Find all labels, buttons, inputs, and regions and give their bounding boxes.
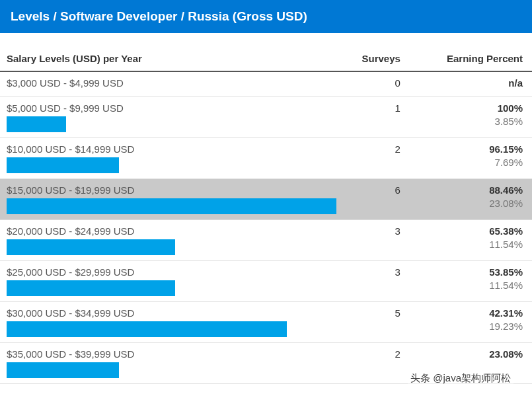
salary-table: Salary Levels (USD) per Year Surveys Ear… [0,46,532,384]
cell-levels: $30,000 USD - $34,999 USD [0,302,346,343]
bar-fill [7,321,287,337]
percent-primary: 23.08% [416,348,523,360]
percent-primary: 100% [416,102,523,114]
cell-surveys: 2 [346,343,410,384]
percent-secondary: 11.54% [416,280,523,291]
percent-secondary: 7.69% [416,157,523,168]
watermark-text: 头条 @java架构师阿松 [408,371,513,384]
bar-fill [7,198,336,214]
bar-holder [7,198,336,214]
percent-primary: n/a [416,77,523,89]
bar-fill [7,280,175,296]
table-row: $10,000 USD - $14,999 USD 2 96.15% 7.69% [0,138,532,179]
cell-levels: $35,000 USD - $39,999 USD [0,343,346,384]
percent-secondary: 11.54% [416,239,523,250]
bar-holder [7,280,336,296]
cell-levels: $10,000 USD - $14,999 USD [0,138,346,179]
range-label: $20,000 USD - $24,999 USD [7,225,336,237]
percent-secondary: 3.85% [416,116,523,127]
range-label: $5,000 USD - $9,999 USD [7,102,336,114]
bar-fill [7,116,66,132]
page-title: Levels / Software Developer / Russia (Gr… [0,0,532,33]
table-header-row: Salary Levels (USD) per Year Surveys Ear… [0,46,532,71]
percent-secondary: 19.23% [416,321,523,332]
cell-levels: $3,000 USD - $4,999 USD [0,71,346,97]
cell-levels: $25,000 USD - $29,999 USD [0,261,346,302]
cell-percent: 96.15% 7.69% [410,138,532,179]
cell-percent: 42.31% 19.23% [410,302,532,343]
range-label: $10,000 USD - $14,999 USD [7,143,336,155]
cell-percent: 65.38% 11.54% [410,220,532,261]
cell-surveys: 6 [346,179,410,220]
table-row: $30,000 USD - $34,999 USD 5 42.31% 19.23… [0,302,532,343]
percent-primary: 65.38% [416,225,523,237]
range-label: $3,000 USD - $4,999 USD [7,77,336,89]
bar-holder [7,157,336,173]
bar-holder [7,239,336,255]
cell-surveys: 0 [346,71,410,97]
table-row: $20,000 USD - $24,999 USD 3 65.38% 11.54… [0,220,532,261]
cell-surveys: 2 [346,138,410,179]
table-row: $25,000 USD - $29,999 USD 3 53.85% 11.54… [0,261,532,302]
bar-fill [7,239,175,255]
percent-primary: 53.85% [416,266,523,278]
bar-holder [7,321,336,337]
range-label: $25,000 USD - $29,999 USD [7,266,336,278]
percent-primary: 88.46% [416,184,523,196]
cell-levels: $20,000 USD - $24,999 USD [0,220,346,261]
cell-percent: n/a [410,71,532,97]
bar-fill [7,362,119,378]
cell-levels: $15,000 USD - $19,999 USD [0,179,346,220]
cell-percent: 53.85% 11.54% [410,261,532,302]
range-label: $15,000 USD - $19,999 USD [7,184,336,196]
cell-levels: $5,000 USD - $9,999 USD [0,97,346,138]
cell-percent: 88.46% 23.08% [410,179,532,220]
bar-fill [7,157,119,173]
cell-surveys: 3 [346,220,410,261]
col-header-percent: Earning Percent [410,46,532,71]
range-label: $35,000 USD - $39,999 USD [7,348,336,360]
cell-surveys: 3 [346,261,410,302]
table-row: $3,000 USD - $4,999 USD 0 n/a [0,71,532,97]
percent-secondary: 23.08% [416,198,523,209]
col-header-levels: Salary Levels (USD) per Year [0,46,346,71]
percent-primary: 96.15% [416,143,523,155]
cell-percent: 100% 3.85% [410,97,532,138]
table-row: $15,000 USD - $19,999 USD 6 88.46% 23.08… [0,179,532,220]
range-label: $30,000 USD - $34,999 USD [7,307,336,319]
bar-holder [7,116,336,132]
cell-surveys: 1 [346,97,410,138]
table-row: $5,000 USD - $9,999 USD 1 100% 3.85% [0,97,532,138]
cell-surveys: 5 [346,302,410,343]
bar-holder [7,362,336,378]
percent-primary: 42.31% [416,307,523,319]
col-header-surveys: Surveys [346,46,410,71]
